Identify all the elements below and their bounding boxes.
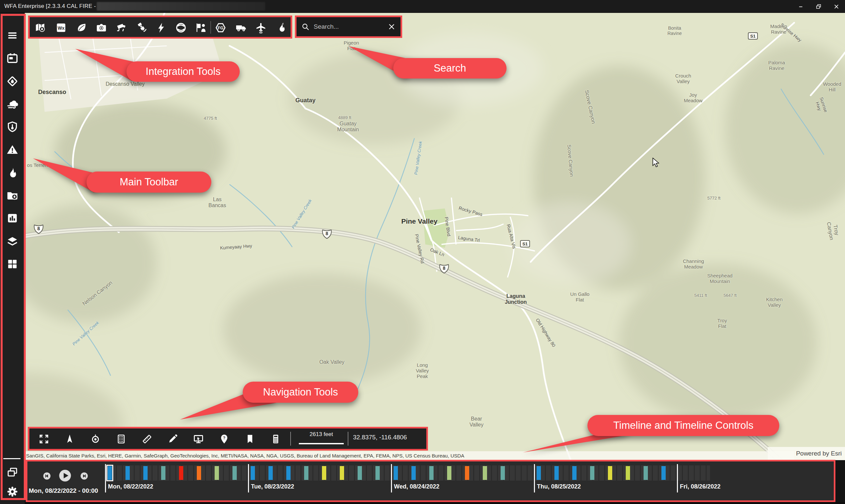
layers-button[interactable] xyxy=(6,235,18,247)
aircraft-tracking-tool-button[interactable] xyxy=(255,22,266,33)
timeline-data-bar[interactable] xyxy=(501,466,505,480)
timeline-data-bar[interactable] xyxy=(643,466,648,480)
timeline-data-bar[interactable] xyxy=(554,466,559,480)
timeline-data-bar[interactable] xyxy=(108,466,112,480)
timeline-day-divider xyxy=(677,464,678,492)
search-box xyxy=(295,16,402,38)
satellite-tool-button[interactable] xyxy=(136,22,147,33)
measure-ruler-button[interactable] xyxy=(142,434,152,444)
menu-button[interactable] xyxy=(6,29,18,41)
integration-toolbar: WxFG xyxy=(28,16,292,39)
timeline-day: Thu, 08/25/2022 xyxy=(534,462,677,500)
fg-hexagon-tool-button[interactable]: FG xyxy=(215,22,226,33)
timeline-data-bar[interactable] xyxy=(232,466,237,480)
annotation-main-toolbar: Main Toolbar xyxy=(87,172,211,193)
timeline-data-bar[interactable] xyxy=(286,466,291,480)
timeline-step-back-button[interactable] xyxy=(43,472,51,480)
timeline-data-bar[interactable] xyxy=(572,466,576,480)
locate-button[interactable] xyxy=(90,434,101,444)
app-window: WFA Enterprise [2.3.3.4 CAL FIRE - STG] … xyxy=(0,0,845,504)
identify-pin-button[interactable]: ? xyxy=(219,434,229,444)
toolbar-divider xyxy=(348,432,348,446)
annotation-search: Search xyxy=(393,58,506,78)
timeline-data-bar[interactable] xyxy=(179,466,183,480)
screen-capture-button[interactable] xyxy=(193,434,204,444)
navigation-toolbar: 2613 feet 32.8375, -116.4806 ? xyxy=(28,427,428,451)
timeline-day: Wed, 08/24/2022 xyxy=(391,462,534,500)
windows-restore-button[interactable] xyxy=(6,466,18,479)
events-calendar-button[interactable] xyxy=(6,52,18,64)
timeline-day-label: Thu, 08/25/2022 xyxy=(537,483,581,490)
timeline-data-bar[interactable] xyxy=(125,466,130,480)
legend-list-button[interactable] xyxy=(116,434,126,444)
search-input[interactable] xyxy=(313,23,387,31)
fire-folder-button[interactable] xyxy=(6,189,18,201)
timeline-data-bar[interactable] xyxy=(358,466,362,480)
weather-wx-tool-button[interactable]: Wx xyxy=(55,22,67,33)
vegetation-tool-button[interactable] xyxy=(76,22,87,33)
timeline-data-bar[interactable] xyxy=(626,466,630,480)
hazard-warning-button[interactable] xyxy=(6,143,18,156)
fire-detection-tool-button[interactable] xyxy=(276,22,287,33)
svg-text:FG: FG xyxy=(218,26,224,30)
timeline-data-bar[interactable] xyxy=(161,466,166,480)
lightning-tool-button[interactable] xyxy=(156,22,167,33)
fire-button[interactable] xyxy=(6,166,18,179)
timeline-data-bar[interactable] xyxy=(376,466,380,480)
timeline-data-bar[interactable] xyxy=(214,466,219,480)
minimize-button[interactable] xyxy=(794,2,807,12)
timeline-data-bar[interactable] xyxy=(590,466,594,480)
timeline-data-bar[interactable] xyxy=(465,466,469,480)
main-toolbar-sidebar xyxy=(0,13,25,504)
vehicle-tool-button[interactable] xyxy=(236,22,247,33)
timeline-step-forward-button[interactable] xyxy=(80,472,88,480)
timeline-data-bar[interactable] xyxy=(411,466,416,480)
heat-risk-shield-button[interactable] xyxy=(6,121,18,133)
bookmark-button[interactable] xyxy=(245,434,255,444)
apps-grid-button[interactable] xyxy=(6,258,18,270)
weather-button[interactable] xyxy=(6,98,18,110)
earth-globe-tool-button[interactable] xyxy=(175,22,187,33)
reports-chart-button[interactable] xyxy=(6,212,18,224)
timeline-data-bar[interactable] xyxy=(322,466,326,480)
fullscreen-expand-button[interactable] xyxy=(39,434,49,444)
annotation-integration-tools: Integration Tools xyxy=(126,61,240,82)
window-bottom-edge xyxy=(0,502,845,504)
north-arrow-button[interactable] xyxy=(64,434,75,444)
timeline-data-bar[interactable] xyxy=(197,466,201,480)
timeline-day-divider xyxy=(391,464,392,492)
restore-button[interactable] xyxy=(812,2,825,12)
timeline-data-bar[interactable] xyxy=(608,466,612,480)
powered-by-esri: Powered by Esri xyxy=(768,447,845,460)
timeline-data-bar[interactable] xyxy=(429,466,434,480)
timeline-data-bar[interactable] xyxy=(340,466,344,480)
redacted-title-area xyxy=(97,2,265,11)
timeline-track[interactable]: Mon, 08/22/2022Tue, 08/23/2022Wed, 08/24… xyxy=(105,462,834,500)
camera-tool-button[interactable] xyxy=(96,22,107,33)
timeline-data-bar[interactable] xyxy=(537,466,541,480)
timeline-data-bar[interactable] xyxy=(251,466,255,480)
fire-map-tool-button[interactable] xyxy=(35,22,46,33)
timeline-data-bar[interactable] xyxy=(447,466,451,480)
timeline-data-bar[interactable] xyxy=(661,466,666,480)
title-bar: WFA Enterprise [2.3.3.4 CAL FIRE - STG] … xyxy=(0,0,845,13)
timeline-hour-slots[interactable] xyxy=(677,465,710,481)
draw-pencil-button[interactable] xyxy=(168,434,178,444)
toolbar-divider xyxy=(210,21,211,34)
svg-text:Wx: Wx xyxy=(58,25,65,31)
timeline-data-bar[interactable] xyxy=(483,466,487,480)
close-button[interactable] xyxy=(830,2,843,12)
personnel-flag-tool-button[interactable] xyxy=(195,22,206,33)
timeline-current-datetime: Mon, 08/22/2022 - 00:00 xyxy=(29,487,98,494)
timeline-data-bar[interactable] xyxy=(304,466,308,480)
timeline-data-bar[interactable] xyxy=(269,466,273,480)
search-clear-icon[interactable] xyxy=(387,22,396,31)
timeline-data-bar[interactable] xyxy=(394,466,398,480)
timeline-data-bar[interactable] xyxy=(143,466,148,480)
fire-incident-button[interactable] xyxy=(6,75,18,87)
timeline-play-button[interactable] xyxy=(59,469,71,482)
cctv-camera-tool-button[interactable] xyxy=(116,22,127,33)
timeline-day: Mon, 08/22/2022 xyxy=(105,462,248,500)
coordinate-keypad-button[interactable] xyxy=(271,434,281,444)
settings-gear-button[interactable] xyxy=(6,486,18,498)
